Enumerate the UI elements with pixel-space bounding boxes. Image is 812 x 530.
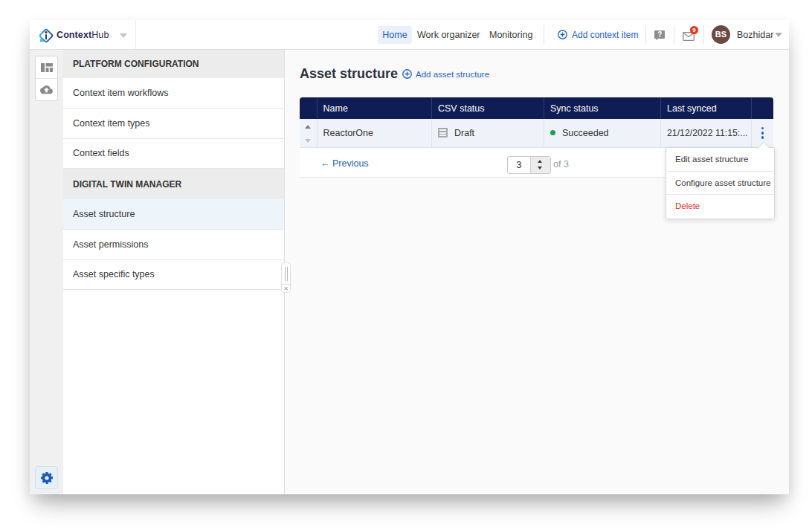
svg-text:?: ? xyxy=(657,30,662,39)
